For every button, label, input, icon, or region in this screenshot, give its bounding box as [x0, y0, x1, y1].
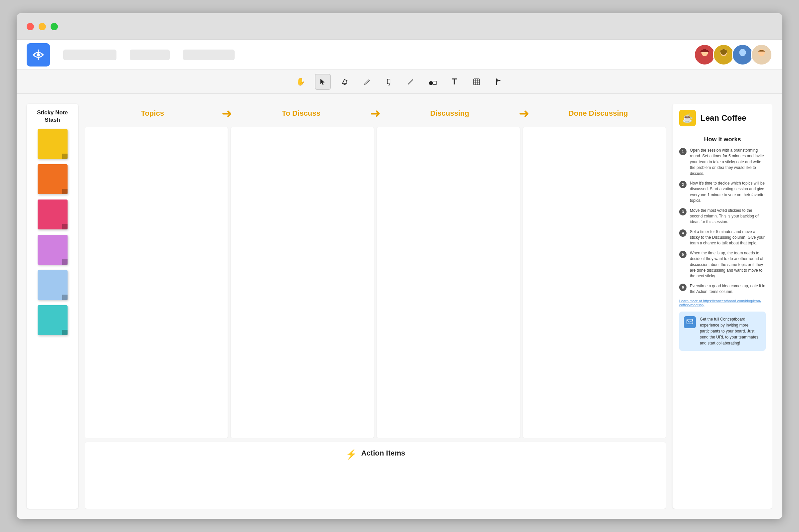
invite-box: Get the full Conceptboard experience by … — [679, 311, 766, 351]
invite-icon — [684, 316, 696, 328]
column-done[interactable] — [523, 127, 666, 438]
sticky-note-yellow[interactable] — [38, 129, 68, 159]
columns-header: Topics ➜ To Discuss ➜ Discussing ➜ Done … — [85, 104, 666, 123]
arrow-3: ➜ — [519, 106, 529, 121]
board-and-panel: Topics ➜ To Discuss ➜ Discussing ➜ Done … — [85, 104, 773, 509]
svg-rect-14 — [387, 79, 390, 84]
step-6: 6 Everytime a good idea comes up, note i… — [679, 283, 766, 295]
panel-body: How it works 1 Open the session with a b… — [673, 131, 773, 509]
line-tool-button[interactable] — [403, 74, 419, 90]
svg-line-15 — [408, 79, 413, 84]
arrow-2: ➜ — [370, 106, 381, 121]
avatar-1 — [694, 44, 715, 65]
action-items-column[interactable]: ⚡ Action Items — [85, 442, 666, 509]
step-5-text: When the time is up, the team needs to d… — [690, 250, 766, 279]
column-topics[interactable] — [85, 127, 228, 438]
col-header-wrap-topics: Topics — [85, 109, 220, 118]
board-main: Topics ➜ To Discuss ➜ Discussing ➜ Done … — [85, 104, 666, 509]
avatar-2 — [713, 44, 734, 65]
col-header-to-discuss: To Discuss — [234, 109, 369, 118]
svg-rect-17 — [433, 81, 436, 84]
toolbar: ✋ — [17, 70, 782, 94]
col-header-topics: Topics — [85, 109, 220, 118]
svg-point-7 — [719, 56, 729, 64]
step-3-num: 3 — [679, 208, 687, 215]
step-1-num: 1 — [679, 148, 687, 155]
step-1: 1 Open the session with a brainstorming … — [679, 148, 766, 176]
step-3-text: Move the most voted stickies to the seco… — [690, 208, 766, 225]
nav-item-1[interactable] — [63, 50, 116, 60]
browser-window: ✋ — [17, 13, 782, 519]
logo[interactable] — [26, 43, 50, 66]
main-content: Sticky Note Stash Topics ➜ To Discuss — [17, 94, 782, 519]
minimize-button[interactable] — [39, 23, 46, 30]
panel-title: Lean Coffee — [701, 113, 746, 123]
hand-tool-button[interactable]: ✋ — [293, 74, 309, 90]
sticky-note-teal[interactable] — [38, 305, 68, 335]
flag-tool-button[interactable] — [491, 74, 507, 90]
sticky-note-pink[interactable] — [38, 200, 68, 229]
stash-panel: Sticky Note Stash — [26, 104, 78, 509]
svg-point-16 — [429, 81, 433, 85]
text-tool-button[interactable]: T — [447, 74, 462, 90]
step-2-text: Now it's time to decide which topics wil… — [690, 180, 766, 204]
step-5-num: 5 — [679, 251, 687, 258]
step-6-text: Everytime a good idea comes up, note it … — [690, 283, 766, 295]
step-6-num: 6 — [679, 284, 687, 291]
stash-title: Sticky Note Stash — [31, 109, 74, 124]
avatar-3 — [732, 44, 753, 65]
learn-more-link[interactable]: Learn more at https://conceptboard.com/b… — [679, 299, 766, 307]
svg-point-4 — [700, 56, 710, 64]
title-bar — [17, 13, 782, 40]
lightning-icon: ⚡ — [345, 449, 357, 460]
step-2-num: 2 — [679, 181, 687, 188]
close-button[interactable] — [26, 23, 34, 30]
how-it-works-title: How it works — [679, 136, 766, 143]
step-2: 2 Now it's time to decide which topics w… — [679, 180, 766, 204]
svg-point-1 — [37, 53, 40, 57]
step-4-num: 4 — [679, 229, 687, 237]
column-discussing[interactable] — [377, 127, 520, 438]
col-header-done: Done Discussing — [531, 109, 666, 118]
step-4: 4 Set a timer for 5 minutes and move a s… — [679, 229, 766, 246]
shape-tool-button[interactable] — [424, 74, 441, 90]
sticky-note-purple[interactable] — [38, 235, 68, 265]
col-header-wrap-discussing: Discussing — [382, 109, 517, 118]
svg-point-10 — [738, 56, 748, 64]
sticky-note-blue[interactable] — [38, 270, 68, 300]
step-5: 5 When the time is up, the team needs to… — [679, 250, 766, 279]
col-header-discussing: Discussing — [382, 109, 517, 118]
svg-point-13 — [757, 56, 767, 64]
step-3: 3 Move the most voted stickies to the se… — [679, 208, 766, 225]
highlighter-tool-button[interactable] — [381, 74, 397, 90]
col-header-wrap-done: Done Discussing — [531, 109, 666, 118]
columns-container — [85, 127, 666, 438]
action-items-label: Action Items — [361, 449, 405, 457]
erase-tool-button[interactable] — [337, 74, 353, 90]
nav-bar — [17, 40, 782, 70]
svg-rect-18 — [474, 79, 479, 85]
nav-item-3[interactable] — [183, 50, 235, 60]
select-tool-button[interactable] — [315, 74, 331, 90]
invite-text: Get the full Conceptboard experience by … — [700, 316, 761, 346]
sticky-note-orange[interactable] — [38, 164, 68, 194]
column-to-discuss[interactable] — [231, 127, 374, 438]
bottom-section: ⚡ Action Items — [85, 442, 666, 509]
col-header-wrap-todiscuss: To Discuss — [234, 109, 369, 118]
step-1-text: Open the session with a brainstorming ro… — [690, 148, 766, 176]
arrow-1: ➜ — [222, 106, 232, 121]
nav-item-2[interactable] — [130, 50, 170, 60]
maximize-button[interactable] — [51, 23, 58, 30]
svg-point-9 — [740, 49, 746, 56]
panel-header: ☕ Lean Coffee — [673, 104, 773, 131]
coffee-icon: ☕ — [679, 110, 696, 126]
avatar-group — [694, 44, 773, 65]
step-4-text: Set a timer for 5 minutes and move a sti… — [690, 229, 766, 246]
pen-tool-button[interactable] — [359, 74, 375, 90]
lean-coffee-panel: ☕ Lean Coffee How it works 1 Open the se… — [673, 104, 773, 509]
svg-rect-24 — [687, 319, 693, 324]
sticky-tool-button[interactable] — [469, 74, 485, 90]
avatar-4 — [751, 44, 773, 65]
